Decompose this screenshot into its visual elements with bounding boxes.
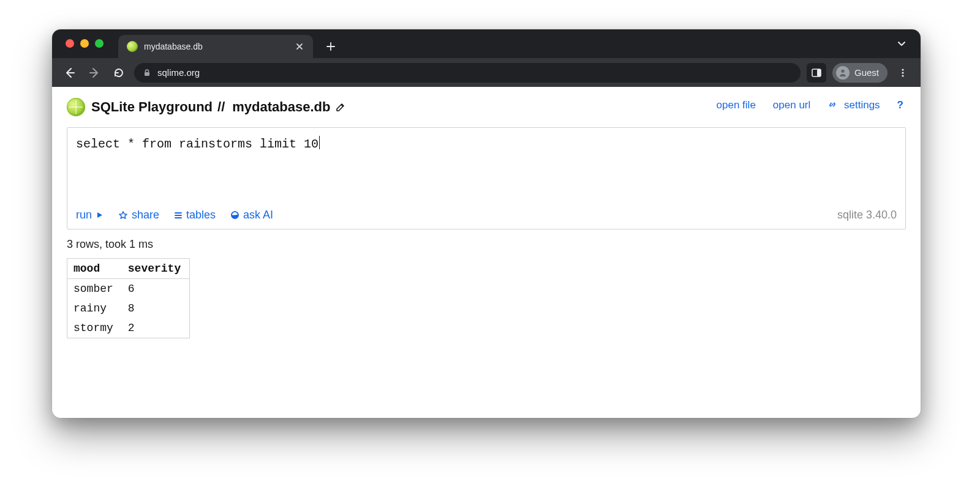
tab-close-button[interactable] [295, 42, 304, 51]
table-row: stormy 2 [67, 318, 190, 338]
browser-tab[interactable]: mydatabase.db [118, 35, 313, 58]
edit-db-name-button[interactable] [335, 102, 346, 113]
share-button[interactable]: share [118, 209, 159, 222]
sphere-icon [230, 210, 239, 220]
sql-input[interactable]: select * from rainstorms limit 10 [67, 128, 905, 203]
star-icon [118, 210, 128, 220]
svg-rect-2 [817, 69, 821, 76]
run-button[interactable]: run [76, 209, 104, 222]
svg-rect-0 [145, 72, 149, 76]
sql-editor-card: select * from rainstorms limit 10 run sh… [67, 127, 906, 229]
result-table: mood severity somber 6 rainy 8 stormy [67, 258, 190, 338]
page-content: SQLite Playground // mydatabase.db open … [52, 87, 921, 349]
table-cell: 2 [122, 318, 190, 338]
address-bar-text: sqlime.org [157, 67, 200, 78]
engine-version: sqlite 3.40.0 [837, 209, 897, 222]
table-row: somber 6 [67, 279, 190, 299]
svg-point-5 [902, 72, 903, 73]
svg-point-4 [902, 69, 903, 70]
open-url-link[interactable]: open url [773, 99, 810, 111]
nav-forward-button[interactable] [85, 64, 104, 82]
tables-button[interactable]: tables [174, 209, 216, 222]
table-cell: rainy [67, 299, 122, 318]
window-minimize-button[interactable] [80, 39, 89, 48]
window-controls [66, 39, 104, 48]
tabs-menu-button[interactable] [896, 38, 907, 49]
close-icon [296, 43, 303, 50]
new-tab-button[interactable] [322, 37, 340, 56]
pencil-icon [335, 102, 346, 113]
column-header: mood [67, 259, 122, 279]
svg-point-6 [902, 75, 903, 76]
table-cell: stormy [67, 318, 122, 338]
arrow-left-icon [64, 67, 76, 79]
lock-icon [143, 69, 151, 77]
database-name[interactable]: mydatabase.db [232, 99, 330, 115]
sql-text: select * from rainstorms limit 10 [76, 137, 318, 151]
table-cell: somber [67, 279, 122, 299]
toolbar-right-controls: Guest [807, 63, 912, 83]
settings-link[interactable]: settings [827, 99, 880, 111]
nav-back-button[interactable] [61, 64, 79, 82]
link-icon [827, 100, 837, 110]
tab-title: mydatabase.db [144, 42, 288, 51]
app-logo [67, 98, 85, 116]
help-link[interactable]: ? [897, 99, 903, 111]
side-panel-icon [811, 67, 822, 78]
tab-strip: mydatabase.db [52, 29, 921, 58]
plus-icon [326, 42, 336, 51]
play-icon [96, 211, 104, 219]
table-cell: 8 [122, 299, 190, 318]
side-panel-button[interactable] [807, 63, 826, 83]
header-links: open file open url settings ? [717, 99, 903, 111]
reload-icon [113, 67, 125, 79]
browser-window: mydatabase.db [52, 29, 921, 418]
profile-button[interactable]: Guest [832, 63, 888, 83]
browser-toolbar: sqlime.org Guest [52, 58, 921, 87]
nav-reload-button[interactable] [110, 64, 128, 82]
browser-menu-button[interactable] [894, 64, 912, 82]
ask-ai-button[interactable]: ask AI [230, 209, 273, 222]
column-header: severity [122, 259, 190, 279]
window-zoom-button[interactable] [95, 39, 104, 48]
profile-label: Guest [854, 67, 879, 78]
arrow-right-icon [88, 67, 100, 79]
table-row: rainy 8 [67, 299, 190, 318]
svg-point-3 [841, 69, 844, 72]
avatar-icon [836, 66, 850, 80]
app-title: SQLite Playground [91, 99, 213, 115]
window-close-button[interactable] [66, 39, 74, 48]
chevron-down-icon [896, 38, 907, 49]
list-icon [174, 211, 183, 220]
tab-favicon [127, 41, 138, 52]
text-caret [319, 136, 320, 149]
editor-actions: run share tables ask AI s [67, 203, 905, 229]
table-header-row: mood severity [67, 259, 190, 279]
open-file-link[interactable]: open file [717, 99, 756, 111]
table-cell: 6 [122, 279, 190, 299]
title-separator: // [217, 99, 225, 115]
kebab-icon [898, 68, 908, 78]
result-status: 3 rows, took 1 ms [67, 238, 906, 251]
address-bar[interactable]: sqlime.org [134, 63, 801, 83]
